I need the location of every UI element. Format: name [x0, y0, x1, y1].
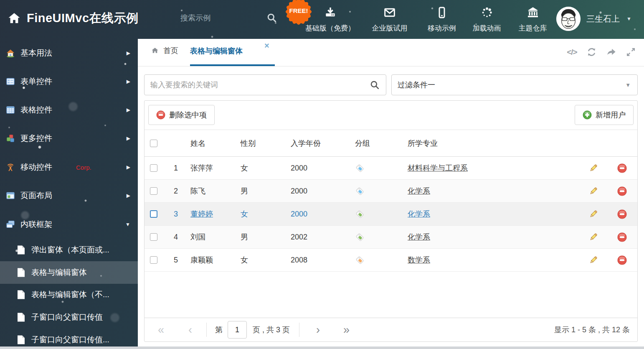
- user-menu[interactable]: 三生石上 ▼: [556, 7, 631, 31]
- nav-item-mobile-demo[interactable]: 移动示例: [419, 6, 465, 33]
- close-icon[interactable]: ×: [264, 41, 269, 50]
- sidebar-item-grid-controls[interactable]: 表格控件 ▶: [0, 102, 138, 118]
- major-link[interactable]: 化学系: [408, 210, 430, 218]
- select-all-checkbox[interactable]: [150, 140, 157, 147]
- first-page-button[interactable]: «: [158, 324, 164, 336]
- major-link[interactable]: 化学系: [408, 233, 430, 241]
- app-title: FineUIMvc在线示例: [27, 10, 139, 27]
- table-row-selected[interactable]: 3 董婷婷 女 2000 化学系: [145, 203, 637, 226]
- header-search-input[interactable]: [180, 13, 240, 23]
- home-tab-icon: [150, 46, 160, 55]
- main-content: 首页 表格与编辑窗体 × </>: [138, 39, 644, 349]
- row-name: 董婷婷: [182, 209, 232, 219]
- nav-item-loading-animation[interactable]: 加载动画: [465, 6, 509, 33]
- row-gender: 男: [232, 186, 282, 196]
- col-year[interactable]: 入学年份: [282, 138, 345, 148]
- tag-icon: [355, 255, 365, 265]
- submenu-item-grid-edit-window-2[interactable]: 表格与编辑窗体（不...: [0, 283, 138, 306]
- edit-icon[interactable]: [588, 255, 599, 265]
- grid-search-box: [144, 74, 386, 95]
- expand-icon[interactable]: [625, 46, 636, 58]
- envelope-icon: [383, 6, 396, 21]
- bank-icon: [526, 6, 540, 21]
- row-checkbox[interactable]: [150, 187, 157, 195]
- minus-circle-icon: [156, 110, 165, 120]
- table-row[interactable]: 5 康颖颖 女 2008 数学系: [145, 249, 637, 272]
- horizontal-scrollbar[interactable]: [0, 346, 644, 349]
- nav-item-label: 移动示例: [428, 23, 456, 33]
- page-input[interactable]: [228, 321, 247, 339]
- row-name: 张萍萍: [182, 163, 232, 173]
- submenu-item-child-to-parent[interactable]: 子窗口向父窗口传值: [0, 306, 138, 329]
- nav-item-enterprise-trial[interactable]: 企业版试用: [360, 6, 419, 33]
- tab-bar: 首页 表格与编辑窗体 × </>: [138, 39, 644, 66]
- col-gender[interactable]: 性别: [232, 138, 282, 148]
- sidebar-item-basic-usage[interactable]: 基本用法 ▶: [0, 45, 138, 61]
- table-row[interactable]: 1 张萍萍 女 2000 材料科学与工程系: [145, 157, 637, 180]
- chevron-right-icon: ▶: [127, 193, 130, 199]
- sidebar-item-mobile-controls[interactable]: 移动控件 Corp. ▶: [0, 159, 138, 176]
- row-index: 5: [163, 256, 182, 265]
- page-label-prefix: 第: [215, 325, 223, 335]
- chevron-right-icon: ▶: [127, 50, 130, 56]
- submenu-item-grid-edit-window[interactable]: 表格与编辑窗体: [0, 261, 138, 284]
- refresh-icon[interactable]: [586, 46, 597, 58]
- filter-dropdown[interactable]: 过滤条件一 ▼: [391, 74, 638, 95]
- delete-row-icon[interactable]: [616, 209, 627, 219]
- delete-row-icon[interactable]: [616, 163, 627, 173]
- edit-icon[interactable]: [588, 163, 599, 173]
- submenu-item-popup-window[interactable]: 弹出窗体（本页面或...: [0, 239, 138, 261]
- row-index: 3: [163, 210, 182, 219]
- add-user-button[interactable]: 新增用户: [575, 105, 634, 125]
- delete-selected-button[interactable]: 删除选中项: [148, 105, 215, 125]
- edit-icon[interactable]: [588, 209, 599, 219]
- row-year: 2008: [282, 256, 345, 265]
- brand[interactable]: FineUIMvc在线示例: [7, 10, 139, 27]
- row-checkbox[interactable]: [150, 256, 157, 264]
- table-row[interactable]: 2 陈飞 男 2000 化学系: [145, 180, 637, 203]
- col-name[interactable]: 姓名: [182, 138, 232, 148]
- row-name: 陈飞: [182, 186, 232, 196]
- prev-page-button[interactable]: ‹: [188, 324, 192, 336]
- search-icon[interactable]: [370, 80, 380, 90]
- row-checkbox[interactable]: [150, 210, 157, 218]
- delete-row-icon[interactable]: [616, 232, 627, 242]
- delete-row-icon[interactable]: [616, 186, 627, 196]
- avatar: [556, 7, 581, 31]
- chevron-right-icon: ▶: [127, 79, 130, 84]
- row-checkbox[interactable]: [150, 233, 157, 241]
- nav-item-theme-repo[interactable]: 主题仓库: [509, 6, 557, 33]
- delete-row-icon[interactable]: [616, 255, 627, 265]
- table-icon: [6, 105, 15, 115]
- major-link[interactable]: 数学系: [408, 256, 430, 264]
- tab-home[interactable]: 首页: [150, 46, 178, 56]
- next-page-button[interactable]: ›: [316, 324, 320, 336]
- row-group-cell: [345, 186, 399, 196]
- table-row[interactable]: 4 刘国 男 2002 化学系: [145, 226, 637, 249]
- grid-search-input[interactable]: [145, 81, 370, 89]
- sidebar-item-form-controls[interactable]: 表单控件 ▶: [0, 73, 138, 90]
- share-icon[interactable]: [606, 46, 617, 58]
- sidebar-item-page-layout[interactable]: 页面布局 ▶: [0, 187, 138, 204]
- edit-icon[interactable]: [588, 186, 599, 196]
- sidebar-item-label: 更多控件: [20, 133, 52, 144]
- nav-item-basic-edition[interactable]: 基础版（免费）: [300, 6, 360, 33]
- row-checkbox[interactable]: [150, 164, 157, 172]
- major-link[interactable]: 材料科学与工程系: [408, 164, 468, 172]
- col-major[interactable]: 所学专业: [399, 138, 581, 148]
- submenu-item-label: 表格与编辑窗体: [31, 267, 87, 278]
- major-link[interactable]: 化学系: [408, 187, 430, 195]
- last-page-button[interactable]: »: [343, 324, 350, 336]
- search-icon[interactable]: [266, 13, 277, 23]
- col-group[interactable]: 分组: [345, 138, 399, 148]
- tab-grid-edit-window[interactable]: 表格与编辑窗体 ×: [190, 39, 275, 66]
- submenu-item-child-to-parent-2[interactable]: 子窗口向父窗口传值...: [0, 329, 138, 349]
- grid-header-row: 姓名 性别 入学年份 分组 所学专业: [145, 130, 637, 157]
- code-icon[interactable]: </>: [566, 46, 578, 58]
- edit-icon[interactable]: [588, 232, 599, 242]
- tag-icon: [355, 232, 365, 242]
- sidebar-item-iframe[interactable]: 内联框架 ▼: [0, 216, 138, 233]
- sidebar-item-more-controls[interactable]: 更多控件 ▶: [0, 130, 138, 147]
- row-year: 2000: [282, 187, 345, 196]
- caret-down-icon: ▼: [626, 16, 631, 22]
